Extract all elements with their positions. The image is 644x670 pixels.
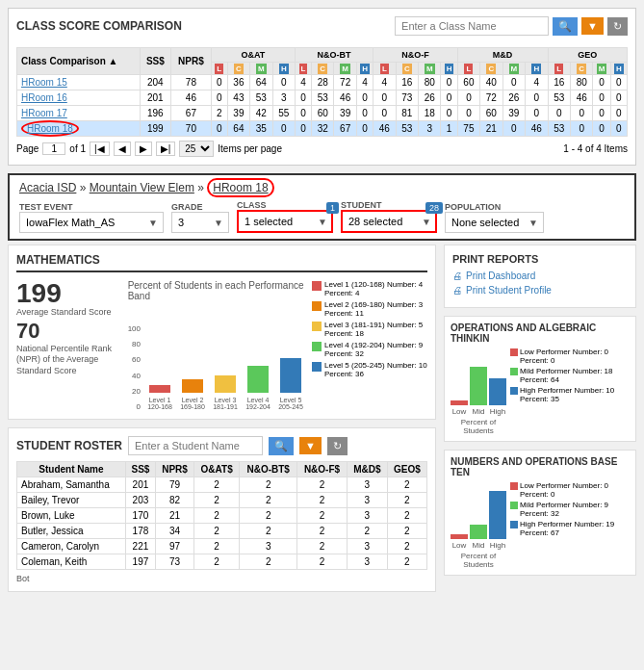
roster-col-header: N&O-BT$: [240, 462, 297, 477]
oat-h: H: [272, 63, 295, 75]
roster-cell: Bailey, Trevor: [17, 493, 126, 508]
bot-label: Bot: [16, 574, 427, 583]
student-filter-button[interactable]: ▼: [299, 437, 322, 454]
legend-dot: [312, 362, 322, 372]
student-refresh-button[interactable]: ↻: [327, 437, 348, 455]
breadcrumb-district[interactable]: Acacia ISD: [19, 181, 76, 194]
roster-cell: 2: [387, 493, 426, 508]
mini-legend-dot: [510, 502, 518, 509]
roster-cell: Butler, Jessica: [17, 524, 126, 539]
breadcrumb: Acacia ISD » Mountain View Elem » HRoom …: [19, 181, 625, 194]
roster-cell: 3: [347, 493, 387, 508]
table-cell: 18: [419, 106, 441, 121]
class-row-link[interactable]: HRoom 15: [21, 77, 67, 88]
nbt-l: L: [296, 63, 312, 75]
grade-select[interactable]: 3: [171, 212, 229, 233]
class-row-link[interactable]: HRoom 16: [21, 92, 67, 103]
table-cell: 196: [140, 106, 171, 121]
mini-bar: [489, 491, 506, 539]
score-box: 199 Average Standard Score 70 National P…: [16, 280, 120, 377]
test-event-select[interactable]: IowaFlex Math_AS: [19, 212, 164, 233]
student-search-button[interactable]: 🔍: [269, 437, 294, 455]
student-select[interactable]: 28 selected: [341, 210, 437, 233]
mini-legend-item: Mild Performer Number: 9 Percent: 32: [510, 501, 630, 518]
class-row-link[interactable]: HRoom 18: [21, 120, 79, 137]
roster-cell: 2: [387, 554, 426, 570]
page-next[interactable]: ▶: [135, 142, 152, 156]
table-cell: 46: [526, 121, 548, 137]
page-prev[interactable]: ◀: [114, 142, 131, 156]
class-group: CLASS 1 1 selected ▼: [237, 200, 333, 233]
class-refresh-button[interactable]: ↻: [607, 17, 628, 36]
print-dashboard-label: Print Dashboard: [466, 271, 535, 281]
roster-col-header: GEO$: [387, 462, 426, 477]
table-cell: 0: [526, 106, 548, 121]
roster-col-header: Student Name: [17, 462, 126, 477]
table-cell: 46: [374, 121, 396, 137]
table-cell: 36: [227, 75, 249, 90]
table-cell: 64: [227, 121, 249, 137]
table-cell: 0: [356, 121, 373, 137]
legend-item: Level 5 (205-245) Number: 10 Percent: 36: [312, 361, 427, 378]
table-cell: 0: [441, 106, 457, 121]
class-search-button[interactable]: 🔍: [553, 17, 578, 36]
mini-legend-dot: [510, 387, 518, 395]
roster-row: Abraham, Samantha2017922232: [17, 477, 427, 493]
page-input[interactable]: [42, 142, 65, 155]
roster-title: STUDENT ROSTER: [16, 439, 122, 452]
print-dashboard-icon: 🖨: [452, 271, 462, 281]
roster-cell: 79: [156, 477, 194, 493]
legend-dot: [312, 322, 322, 331]
roster-cell: 2: [387, 539, 426, 554]
md-c: C: [480, 63, 502, 75]
avg-score: 199: [16, 280, 120, 307]
table-cell: 0: [441, 90, 457, 106]
mini-legend-dot: [510, 348, 518, 356]
table-cell: 32: [312, 121, 334, 137]
population-select[interactable]: None selected: [445, 212, 544, 233]
roster-cell: 203: [125, 493, 155, 508]
print-dashboard-link[interactable]: 🖨 Print Dashboard: [452, 271, 628, 281]
roster-cell: 2: [387, 524, 426, 539]
right-panel: PRINT REPORTS 🖨 Print Dashboard 🖨 Print …: [444, 245, 636, 600]
roster-cell: 2: [297, 524, 348, 539]
page-label: Page: [16, 143, 39, 154]
mini-legend-item: Mild Performer Number: 18 Percent: 64: [510, 367, 630, 384]
class-row-link[interactable]: HRoom 17: [21, 108, 67, 118]
nbt-c: C: [312, 63, 334, 75]
breadcrumb-school[interactable]: Mountain View Elem: [90, 181, 194, 194]
table-cell: 21: [480, 121, 502, 137]
mini-legend-item: High Performer Number: 10 Percent: 35: [510, 386, 630, 403]
nbt-h: H: [356, 63, 373, 75]
roster-row: Brown, Luke1702122232: [17, 508, 427, 524]
mini-legend-item: Low Performer Number: 0 Percent: 0: [510, 481, 630, 499]
page-first[interactable]: |◀: [90, 142, 110, 156]
table-cell: 1: [441, 121, 457, 137]
roster-cell: 170: [125, 508, 155, 524]
oat-m: M: [250, 63, 272, 75]
items-showing: 1 - 4 of 4 Items: [563, 143, 628, 154]
table-cell: 0: [356, 90, 373, 106]
class-search-input[interactable]: [395, 16, 549, 36]
table-cell: 80: [419, 75, 441, 90]
bar-x-label: Level 5 205-245: [277, 397, 304, 411]
class-select[interactable]: 1 selected: [237, 210, 333, 233]
mini-legend-dot: [510, 368, 518, 375]
class-filter-button[interactable]: ▼: [581, 17, 604, 35]
bar-x-label: Level 3 181-191: [212, 397, 239, 411]
roster-cell: Brown, Luke: [17, 508, 126, 524]
numbers-title: NUMBERS AND OPERATIONS BASE TEN: [451, 456, 630, 477]
left-panel: MATHEMATICS 199 Average Standard Score 7…: [8, 245, 436, 600]
breadcrumb-room[interactable]: HRoom 18: [207, 178, 273, 197]
page-last[interactable]: ▶|: [156, 142, 176, 156]
table-cell: 42: [250, 106, 272, 121]
class-search-bar: 🔍 ▼ ↻: [395, 16, 628, 36]
col-geo: GEO: [548, 48, 627, 63]
print-student-profile-link[interactable]: 🖨 Print Student Profile: [452, 285, 628, 296]
items-per-page[interactable]: 25 50: [179, 141, 214, 157]
student-search-input[interactable]: [128, 436, 263, 455]
roster-table: Student NameSS$NPR$O&AT$N&O-BT$N&O-F$M&D…: [16, 461, 427, 570]
table-cell: 0: [272, 75, 295, 90]
table-cell: 60: [312, 106, 334, 121]
table-cell: 0: [457, 106, 479, 121]
